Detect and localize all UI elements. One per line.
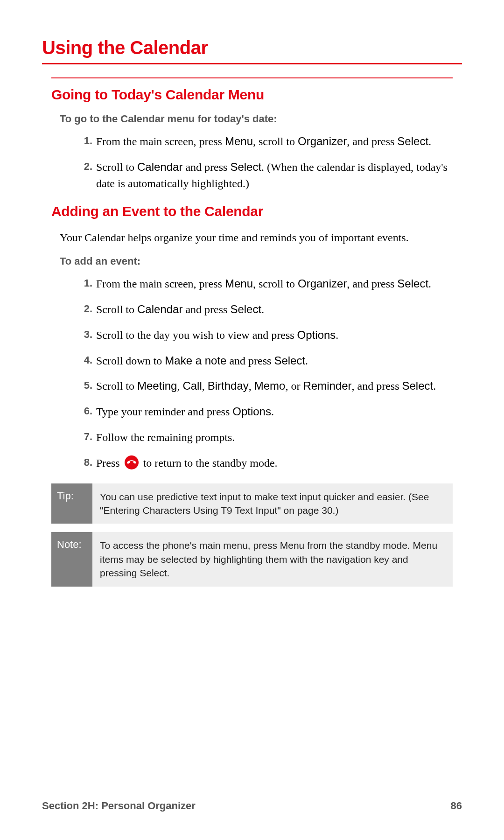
section2-para: Your Calendar helps organize your time a… <box>60 230 453 246</box>
list-item: Scroll to the day you wish to view and p… <box>76 327 453 343</box>
page: Using the Calendar Going to Today's Cale… <box>0 0 504 840</box>
section2-intro: To add an event: <box>60 255 453 267</box>
list-item: Press to return to the standby mode. <box>76 455 453 471</box>
note-body: To access the phone's main menu, press M… <box>92 532 453 586</box>
list-item: Scroll to Meeting, Call, Birthday, Memo,… <box>76 378 453 394</box>
content: Going to Today's Calendar Menu To go to … <box>42 77 462 587</box>
list-item: Follow the remaining prompts. <box>76 429 453 446</box>
footer: Section 2H: Personal Organizer 86 <box>42 800 462 812</box>
section1-intro: To go to the Calendar menu for today's d… <box>60 113 453 125</box>
title-rule <box>42 63 462 64</box>
footer-section: Section 2H: Personal Organizer <box>42 800 196 812</box>
tip-callout: Tip: You can use predictive text input t… <box>51 483 453 524</box>
sub-rule <box>51 77 453 78</box>
list-item: Type your reminder and press Options. <box>76 404 453 420</box>
list-item: Scroll to Calendar and press Select. (Wh… <box>76 159 453 192</box>
end-call-icon <box>125 455 139 469</box>
tip-body: You can use predictive text input to mak… <box>92 483 453 524</box>
section-heading-1: Going to Today's Calendar Menu <box>51 87 453 103</box>
list-item: From the main screen, press Menu, scroll… <box>76 276 453 292</box>
section1-steps: From the main screen, press Menu, scroll… <box>76 133 453 191</box>
footer-page: 86 <box>451 800 462 812</box>
list-item: Scroll down to Make a note and press Sel… <box>76 353 453 369</box>
list-item: From the main screen, press Menu, scroll… <box>76 133 453 150</box>
page-title: Using the Calendar <box>42 37 462 58</box>
note-label: Note: <box>51 532 92 586</box>
section-heading-2: Adding an Event to the Calendar <box>51 203 453 219</box>
list-item: Scroll to Calendar and press Select. <box>76 301 453 318</box>
section2-steps: From the main screen, press Menu, scroll… <box>76 276 453 471</box>
note-callout: Note: To access the phone's main menu, p… <box>51 532 453 586</box>
tip-label: Tip: <box>51 483 92 524</box>
